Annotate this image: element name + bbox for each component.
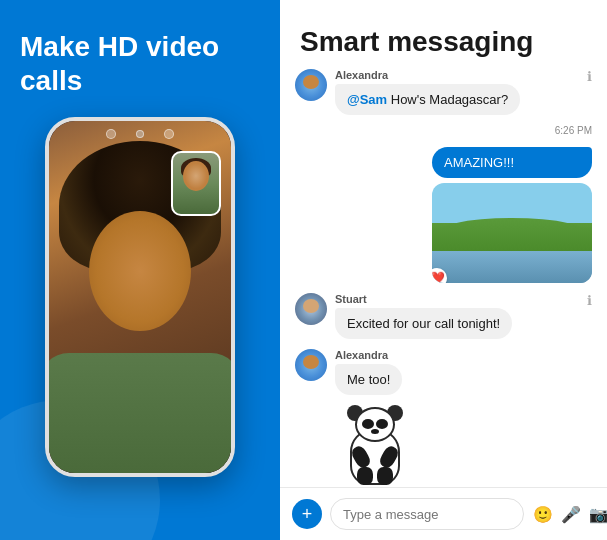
message-bubble: Excited for our call tonight! xyxy=(335,308,512,339)
mention-text: @Sam xyxy=(347,92,387,107)
message-text: AMAZING!!! xyxy=(444,155,514,170)
message-content: Stuart Excited for our call tonight! xyxy=(335,293,574,339)
sender-name: Stuart xyxy=(335,293,574,305)
caller-face xyxy=(183,161,209,191)
phone-notch-bar xyxy=(49,121,231,147)
caller-thumbnail xyxy=(171,151,221,216)
add-button[interactable]: + xyxy=(292,499,322,529)
info-icon: ℹ xyxy=(587,293,592,308)
phone-camera-dot xyxy=(136,130,144,138)
message-text: Me too! xyxy=(347,372,390,387)
input-area: + 🙂 🎤 📷 xyxy=(280,487,607,540)
landscape-hills xyxy=(432,218,592,253)
message-row: Alexandra Me too! xyxy=(295,349,592,395)
message-bubble: Me too! xyxy=(335,364,402,395)
message-content: Alexandra Me too! xyxy=(335,349,592,395)
avatar xyxy=(295,69,327,101)
message-row: Alexandra @Sam How's Madagascar? ℹ xyxy=(295,69,592,115)
emoji-icon[interactable]: 🙂 xyxy=(532,503,554,525)
panda-head xyxy=(355,407,395,442)
panda-eye-right xyxy=(376,419,388,429)
phone-dot-left xyxy=(106,129,116,139)
panda-arm-right xyxy=(377,444,400,470)
info-icon: ℹ xyxy=(587,69,592,84)
panda-leg-left xyxy=(357,467,373,485)
plus-icon: + xyxy=(302,505,313,523)
avatar xyxy=(295,293,327,325)
phone-dot-right xyxy=(164,129,174,139)
panda-leg-right xyxy=(377,467,393,485)
message-bubble-right: AMAZING!!! xyxy=(432,147,592,178)
landscape-image: ❤️ xyxy=(432,183,592,283)
landscape-water xyxy=(432,251,592,283)
chat-area: Alexandra @Sam How's Madagascar? ℹ 6:26 … xyxy=(280,69,607,487)
camera-icon[interactable]: 📷 xyxy=(588,503,607,525)
message-row-right: 6:26 PM AMAZING!!! ❤️ xyxy=(295,125,592,283)
avatar xyxy=(295,349,327,381)
sender-name: Alexandra xyxy=(335,69,574,81)
image-message-container: AMAZING!!! ❤️ xyxy=(432,147,592,283)
timestamp: 6:26 PM xyxy=(555,125,592,136)
message-content: Alexandra @Sam How's Madagascar? xyxy=(335,69,574,115)
panda-arm-left xyxy=(349,444,372,470)
message-bubble: @Sam How's Madagascar? xyxy=(335,84,520,115)
left-panel: Make HD video calls xyxy=(0,0,280,540)
message-input[interactable] xyxy=(330,498,524,530)
landscape-photo xyxy=(432,183,592,283)
message-text: Excited for our call tonight! xyxy=(347,316,500,331)
person-body xyxy=(49,353,231,473)
left-title: Make HD video calls xyxy=(20,30,260,97)
right-title: Smart messaging xyxy=(280,0,607,69)
person-face xyxy=(89,211,191,331)
message-row: Stuart Excited for our call tonight! ℹ xyxy=(295,293,592,339)
panda-nose xyxy=(371,429,379,434)
sender-name: Alexandra xyxy=(335,349,592,361)
panda-sticker xyxy=(335,405,415,485)
input-icons: 🙂 🎤 📷 xyxy=(532,503,607,525)
right-panel: Smart messaging Alexandra @Sam How's Mad… xyxy=(280,0,607,540)
phone-screen xyxy=(49,121,231,473)
panda-eye-left xyxy=(362,419,374,429)
phone-mockup xyxy=(45,117,235,477)
microphone-icon[interactable]: 🎤 xyxy=(560,503,582,525)
